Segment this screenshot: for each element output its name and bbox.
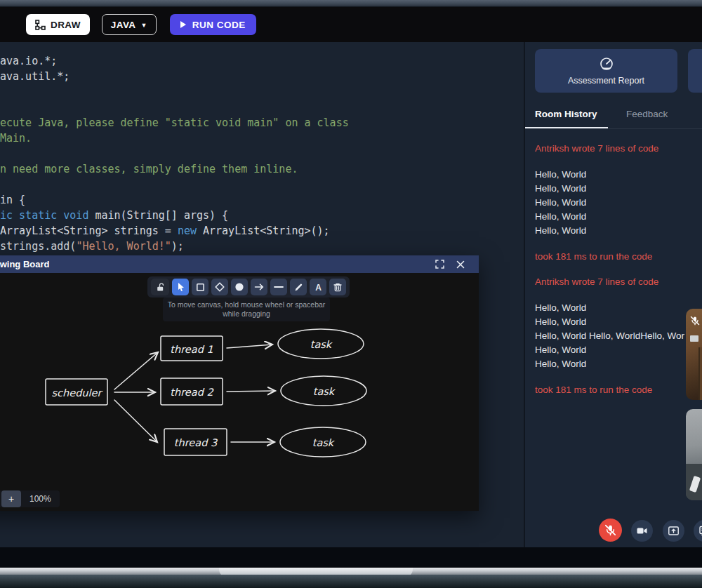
code-token: in {	[0, 194, 25, 206]
history-event: Antriksh wrote 7 lines of code	[535, 142, 702, 155]
code-token: ArrayList<String> strings =	[0, 225, 178, 237]
language-dropdown-label: JAVA	[111, 20, 136, 30]
code-token: main(String[] args) {	[95, 209, 228, 222]
laptop-screen-top-edge	[0, 0, 702, 7]
video-thumbnail-remote[interactable]	[686, 309, 702, 400]
trash-tool-icon[interactable]	[329, 279, 346, 295]
code-token: ava.io.*;	[0, 55, 57, 67]
video-thumbnail-self[interactable]	[686, 409, 702, 500]
program-output-line: Hello, World	[535, 210, 702, 224]
code-token: Main.	[0, 132, 32, 145]
interview-app-screen: DRAW JAVA ▼ RUN CODE ava.io.*;ava.util.*…	[0, 7, 702, 547]
draw-button-label: DRAW	[51, 20, 81, 30]
program-output-line: Hello, World	[535, 182, 702, 196]
code-token: ecute Java, please define "static void m…	[0, 116, 349, 129]
diamond-tool-icon[interactable]	[211, 279, 228, 295]
diagram-node-label: thread 1	[170, 344, 213, 355]
history-event: took 181 ms to run the code	[535, 384, 702, 396]
rectangle-tool-icon[interactable]	[192, 279, 208, 295]
desk-surface	[0, 575, 702, 588]
code-token: ArrayList<String>();	[197, 225, 330, 237]
code-line	[0, 100, 524, 115]
text-tool-icon[interactable]: A	[310, 279, 326, 295]
tab-feedback[interactable]: Feedback	[626, 109, 668, 119]
drawing-board-title: Drawing Board	[0, 259, 49, 269]
language-dropdown[interactable]: JAVA ▼	[102, 14, 157, 35]
panel-tabs: Room HistoryFeedback	[525, 109, 702, 128]
history-event: Antriksh wrote 7 lines of code	[535, 276, 702, 288]
canvas-hint: To move canvas, hold mouse wheel or spac…	[163, 298, 330, 321]
diagram-node-label: thread 3	[174, 437, 218, 448]
room-history-log: Antriksh wrote 7 lines of codeHello, Wor…	[525, 129, 702, 540]
code-line: ArrayList<String> strings = new ArrayLis…	[0, 223, 524, 239]
close-icon[interactable]	[456, 260, 465, 269]
camera-toggle-button[interactable]	[631, 520, 653, 542]
flowchart-icon	[35, 20, 46, 30]
select-tool-icon[interactable]	[172, 279, 189, 295]
tab-room-history[interactable]: Room History	[535, 109, 597, 119]
thumbnail-scene	[698, 347, 702, 400]
diagram-node-label: scheduler	[52, 387, 103, 399]
code-line	[0, 177, 524, 192]
canvas-hint-line2: while dragging	[223, 309, 270, 318]
diagram-arrow[interactable]	[114, 352, 158, 389]
code-line: ecute Java, please define "static void m…	[0, 115, 524, 131]
pencil-tool-icon[interactable]	[290, 279, 307, 295]
code-line: ava.util.*;	[0, 69, 524, 84]
zoom-level: 100%	[29, 494, 51, 504]
program-output-line: Hello, World	[535, 315, 702, 329]
draw-button[interactable]: DRAW	[26, 14, 90, 35]
zoom-controls: − + 100%	[0, 490, 60, 507]
zoom-in-button[interactable]: +	[1, 490, 21, 507]
side-panel: Assessment Report Room HistoryFeedback A…	[524, 42, 702, 547]
microphone-mute-button[interactable]	[599, 519, 622, 542]
run-code-button-label: RUN CODE	[192, 20, 246, 30]
arrow-tool-icon[interactable]	[251, 279, 267, 295]
code-line	[0, 84, 524, 100]
panel-card-partial[interactable]	[688, 49, 702, 93]
drawing-canvas[interactable]: schedulerthread 1thread 2thread 3tasktas…	[0, 273, 479, 511]
laptop-bezel	[0, 547, 702, 568]
screen-share-button[interactable]	[663, 520, 684, 542]
diagram-arrow[interactable]	[227, 391, 275, 392]
top-toolbar: DRAW JAVA ▼ RUN CODE	[0, 7, 702, 42]
code-line	[0, 146, 524, 161]
program-output-line: Hello, World Hello, WorldHello, Wor	[535, 329, 702, 343]
program-output-line: Hello, World	[535, 357, 702, 371]
play-icon	[180, 21, 186, 28]
code-token: n need more classes, simply define them …	[0, 163, 298, 175]
assessment-report-label: Assessment Report	[568, 76, 644, 86]
diagram-node-label: task	[310, 339, 333, 350]
diagram-arrow[interactable]	[114, 400, 157, 442]
lock-icon[interactable]	[151, 279, 169, 295]
program-output-line: Hello, World	[535, 301, 702, 315]
program-output-line: Hello, World	[535, 343, 702, 357]
history-event: took 181 ms to run the code	[535, 250, 702, 263]
svg-text:A: A	[315, 283, 322, 292]
canvas-hint-line1: To move canvas, hold mouse wheel or spac…	[168, 300, 326, 309]
mic-muted-icon	[690, 316, 700, 328]
code-line: ic static void main(String[] args) {	[0, 208, 524, 223]
program-output-line: Hello, World	[535, 168, 702, 182]
code-line: n need more classes, simply define them …	[0, 161, 524, 177]
program-output-line: Hello, World	[535, 224, 702, 238]
laptop-mockup: DRAW JAVA ▼ RUN CODE ava.io.*;ava.util.*…	[0, 0, 702, 588]
diagram-arrow[interactable]	[227, 345, 272, 348]
ellipse-tool-icon[interactable]	[231, 279, 248, 295]
fullscreen-icon[interactable]	[435, 260, 444, 269]
code-token: );	[171, 240, 184, 253]
drawing-board-window: Drawing Board	[0, 255, 479, 511]
gauge-icon	[599, 56, 614, 72]
thumbnail-scene	[690, 335, 698, 342]
code-token: strings.add(	[0, 240, 76, 253]
assessment-report-button[interactable]: Assessment Report	[535, 49, 677, 93]
code-token: "Hello, World!"	[76, 240, 171, 253]
code-line: ava.io.*;	[0, 53, 524, 69]
run-code-button[interactable]: RUN CODE	[170, 14, 256, 35]
code-token: new	[178, 225, 197, 237]
code-token: ava.util.*;	[0, 70, 69, 83]
code-token: ic static void	[0, 209, 95, 222]
line-tool-icon[interactable]	[270, 279, 287, 295]
diagram-node-label: task	[312, 437, 336, 448]
drawing-board-titlebar[interactable]: Drawing Board	[0, 255, 479, 273]
